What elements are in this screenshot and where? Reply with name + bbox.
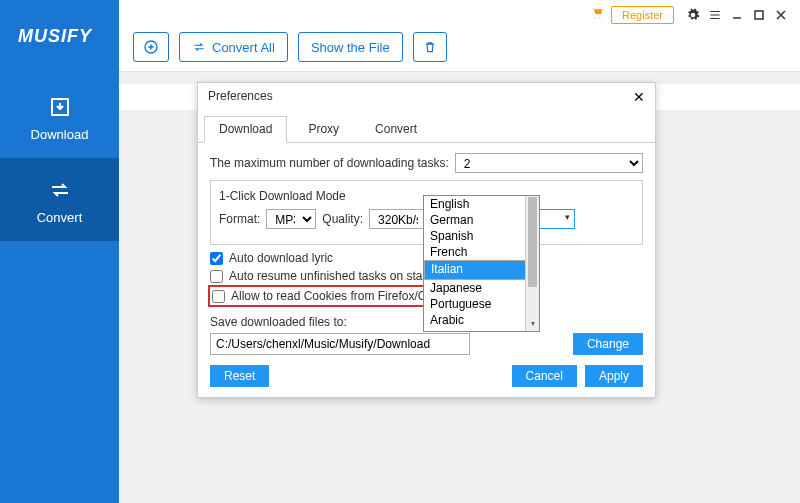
dialog-close-button[interactable]: ✕ (633, 89, 645, 105)
dialog-footer: Reset Cancel Apply (210, 365, 643, 387)
maximize-icon[interactable] (752, 8, 766, 22)
toolbar: Convert All Show the File (133, 32, 447, 62)
dropdown-option[interactable]: English (424, 196, 539, 212)
change-button[interactable]: Change (573, 333, 643, 355)
quality-label: Quality: (322, 212, 363, 226)
tab-download[interactable]: Download (204, 116, 287, 143)
reset-button[interactable]: Reset (210, 365, 269, 387)
close-icon[interactable] (774, 8, 788, 22)
sidebar-item-download[interactable]: Download (0, 75, 119, 158)
convert-icon (48, 178, 72, 202)
minimize-icon[interactable] (730, 8, 744, 22)
show-file-label: Show the File (311, 40, 390, 55)
add-button[interactable] (133, 32, 169, 62)
dropdown-option[interactable]: Arabic (424, 312, 539, 328)
topbar-right: Register (589, 6, 788, 24)
dropdown-option[interactable]: French (424, 244, 539, 260)
dropdown-option[interactable]: Spanish (424, 228, 539, 244)
cancel-button[interactable]: Cancel (512, 365, 577, 387)
tab-proxy[interactable]: Proxy (293, 116, 354, 142)
scroll-down-arrow[interactable]: ▾ (526, 319, 539, 331)
dropdown-option[interactable]: Japanese (424, 280, 539, 296)
max-tasks-label: The maximum number of downloading tasks: (210, 156, 449, 170)
sidebar-item-convert[interactable]: Convert (0, 158, 119, 241)
svg-rect-1 (755, 11, 763, 19)
max-tasks-select[interactable]: 2 (455, 153, 643, 173)
dropdown-scrollbar[interactable]: ▴ ▾ (525, 196, 539, 331)
convert-all-button[interactable]: Convert All (179, 32, 288, 62)
scroll-thumb[interactable] (528, 197, 537, 287)
dropdown-option[interactable]: German (424, 212, 539, 228)
delete-button[interactable] (413, 32, 447, 62)
dropdown-option[interactable]: Italian (424, 260, 539, 280)
plus-icon (143, 39, 159, 55)
lyric-dropdown-list[interactable]: EnglishGermanSpanishFrenchItalianJapanes… (423, 195, 540, 332)
format-label: Format: (219, 212, 260, 226)
refresh-icon (192, 40, 206, 54)
sidebar-item-label: Convert (0, 210, 119, 225)
trash-icon (423, 40, 437, 54)
sidebar-item-label: Download (0, 127, 119, 142)
topbar: Register Convert All Show the File (119, 0, 800, 72)
app-logo: MUSIFY (0, 0, 119, 47)
dialog-tabs: Download Proxy Convert (198, 116, 655, 143)
register-button[interactable]: Register (611, 6, 674, 24)
convert-all-label: Convert All (212, 40, 275, 55)
sidebar: MUSIFY Download Convert (0, 0, 119, 503)
dropdown-option[interactable]: Portuguese (424, 296, 539, 312)
format-select[interactable]: MP3 (266, 209, 316, 229)
dialog-title: Preferences (198, 83, 655, 110)
download-icon (48, 95, 72, 119)
apply-button[interactable]: Apply (585, 365, 643, 387)
tab-convert[interactable]: Convert (360, 116, 432, 142)
gear-icon[interactable] (686, 8, 700, 22)
show-file-button[interactable]: Show the File (298, 32, 403, 62)
cart-icon[interactable] (589, 7, 605, 24)
dropdown-option[interactable]: Russian (424, 328, 539, 331)
save-path-input[interactable] (210, 333, 470, 355)
menu-icon[interactable] (708, 8, 722, 22)
chevron-down-icon: ▾ (565, 212, 570, 222)
